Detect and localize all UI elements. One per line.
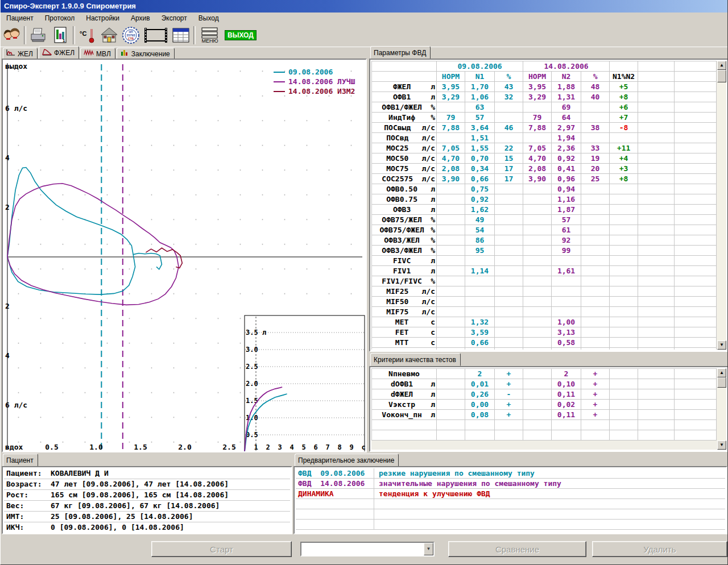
table-cell [552, 256, 581, 266]
home-icon[interactable] [98, 25, 120, 45]
menu-item-exit[interactable]: Выход [193, 13, 225, 23]
menu-item-archive[interactable]: Архив [125, 13, 156, 23]
svg-text:09.08.2006: 09.08.2006 [288, 68, 333, 76]
table-cell [581, 327, 610, 338]
tab-fzhel[interactable]: ФЖЕЛ [39, 46, 79, 59]
window-title: Спиро-Эксперт 1.9.0.9 Спирометрия [4, 2, 136, 10]
menu-item-patient[interactable]: Пациент [1, 13, 39, 23]
table-cell: MIF75л/с [372, 307, 437, 317]
table-cell [675, 348, 717, 350]
table-cell: 2,36 [552, 143, 581, 153]
menu-item-export[interactable]: Экспорт [156, 13, 193, 23]
table-cell [610, 317, 638, 327]
svg-text:2: 2 [266, 443, 270, 451]
table-cell [581, 338, 610, 348]
film-icon[interactable] [142, 25, 170, 45]
table-cell: 4,70 [437, 153, 465, 164]
svg-text:1: 1 [254, 443, 258, 451]
scroll-up-icon[interactable]: ▲ [717, 61, 726, 70]
table-cell [437, 369, 465, 379]
tab-criteria[interactable]: Критерии качества тестов [370, 353, 461, 366]
compare-button[interactable]: Сравнение [448, 541, 586, 557]
unit-label: % [431, 215, 435, 224]
tab-conclusion-panel[interactable]: Предварительное заключение [295, 454, 399, 467]
table-cell [675, 123, 717, 133]
tab-patient[interactable]: Пациент [3, 454, 38, 467]
exit-button[interactable]: ВЫХОД [225, 30, 257, 40]
toolbar-separator [193, 26, 196, 44]
patient-row: Возраст:47 лет [09.08.2006], 47 лет [14.… [4, 479, 290, 490]
table-cell [610, 420, 638, 430]
tab-mvl-label: МВЛ [96, 49, 111, 59]
patient-tab-bar: Пациент [3, 455, 39, 467]
table-cell: +7 [610, 113, 638, 123]
table-cell [437, 133, 465, 143]
menu-item-settings[interactable]: Настройки [80, 13, 125, 23]
table-cell [610, 225, 638, 235]
scrollbar-thumb[interactable] [717, 70, 726, 82]
table-cell [610, 389, 638, 400]
table-cell: ОФВ1/ФЖЕЛ% [372, 102, 437, 113]
table-cell [437, 266, 465, 276]
svg-text:СТБ: СТБ [128, 37, 134, 40]
tab-params[interactable]: Параметры ФВД [370, 46, 431, 59]
delete-button[interactable]: Удалить [592, 541, 727, 557]
table-cell: + [581, 400, 610, 410]
unit-label: л/с [422, 175, 435, 183]
table-cell [437, 256, 465, 266]
table-cell [552, 276, 581, 286]
patient-icon[interactable] [1, 25, 22, 45]
menu-item-protocol[interactable]: Протокол [39, 13, 81, 23]
table-cell: 0,01 [465, 379, 495, 389]
criteria-scrollbar[interactable]: ▲ ▼ [717, 368, 726, 450]
svg-text:1.5: 1.5 [134, 443, 147, 451]
table-cell [437, 338, 465, 348]
table-cell [610, 215, 638, 225]
tab-conclusion[interactable]: Заключение [117, 48, 175, 59]
table-cell [675, 420, 717, 430]
data-table-icon[interactable] [170, 25, 192, 45]
table-cell [675, 82, 717, 92]
table-cell [523, 256, 552, 266]
menu-button[interactable]: МЕНЮ [197, 25, 222, 45]
table-cell [495, 286, 523, 297]
table-cell: 7,05 [437, 143, 465, 153]
table-cell: dФЖЕЛл [372, 389, 437, 400]
table-cell [437, 225, 465, 235]
chevron-down-icon[interactable]: ▼ [424, 543, 433, 555]
conclusion-text [374, 499, 379, 509]
svg-text:4: 4 [289, 443, 293, 451]
report-chart-icon[interactable]: 1 [49, 25, 71, 45]
certification-stamp-icon[interactable]: НП 35793 СТБ [120, 25, 142, 45]
scrollbar-thumb[interactable] [717, 377, 726, 388]
title-bar[interactable]: Спиро-Эксперт 1.9.0.9 Спирометрия [1, 0, 727, 13]
svg-text:0.5: 0.5 [45, 443, 58, 451]
table-cell [552, 430, 581, 441]
scroll-down-icon[interactable]: ▼ [717, 340, 726, 350]
params-scrollbar[interactable]: ▲ ▼ [717, 61, 726, 350]
table-cell [638, 143, 675, 153]
table-cell [638, 102, 675, 113]
table-cell [581, 133, 610, 143]
tab-zhel[interactable]: ЖЕЛ [3, 48, 38, 59]
table-cell [495, 338, 523, 348]
table-cell: 32 [495, 92, 523, 102]
temperature-icon[interactable]: °C [77, 25, 98, 45]
tab-mvl[interactable]: МВЛ [80, 48, 115, 59]
param-row: MTTс0,660,58 [372, 338, 717, 348]
scroll-down-icon[interactable]: ▼ [717, 441, 726, 450]
svg-text:8: 8 [337, 443, 341, 451]
param-row: МОС25л/с7,051,55227,052,3633+11 [372, 143, 717, 153]
table-cell: 0,08 [465, 410, 495, 420]
table-cell: МОС50л/с [372, 153, 437, 164]
table-cell [610, 297, 638, 307]
param-row: ОФВ3/ФЖЕЛ%9599 [372, 246, 717, 256]
table-cell [610, 184, 638, 194]
maneuver-combobox[interactable]: ▼ [300, 542, 435, 556]
start-button[interactable]: Старт [151, 541, 292, 557]
scroll-up-icon[interactable]: ▲ [717, 368, 726, 377]
criteria-tab-bar: Критерии качества тестов [370, 354, 462, 366]
table-cell: ОФВ3/ЖЕЛ% [372, 235, 437, 246]
print-icon[interactable] [28, 25, 49, 45]
empty-row [372, 420, 717, 430]
